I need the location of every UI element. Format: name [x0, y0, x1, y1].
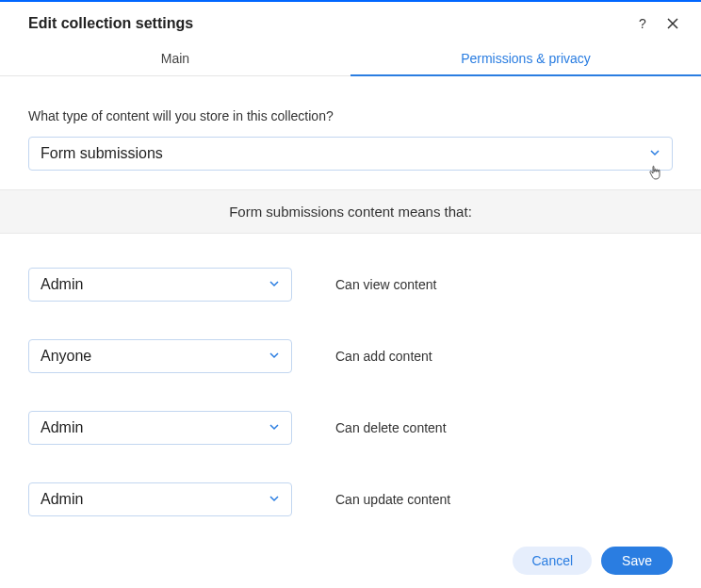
permission-row-delete: Admin Can delete content	[28, 411, 673, 445]
permission-row-add: Anyone Can add content	[28, 339, 673, 373]
permission-rows: Admin Can view content Anyone Can add co…	[28, 268, 673, 516]
view-role-select[interactable]: Admin	[28, 268, 292, 302]
permission-row-update: Admin Can update content	[28, 482, 673, 516]
tabs: Main Permissions & privacy	[0, 41, 701, 76]
chevron-down-icon	[269, 419, 280, 436]
permission-label: Can update content	[335, 492, 450, 507]
chevron-down-icon	[649, 145, 660, 162]
help-icon[interactable]: ?	[635, 16, 650, 31]
update-role-select[interactable]: Admin	[28, 482, 292, 516]
content-area: What type of content will you store in t…	[0, 76, 701, 516]
save-button[interactable]: Save	[601, 547, 673, 575]
chevron-down-icon	[269, 276, 280, 293]
info-banner: Form submissions content means that:	[0, 189, 701, 234]
select-value: Admin	[41, 491, 83, 508]
cancel-button[interactable]: Cancel	[513, 547, 592, 575]
header: Edit collection settings ?	[0, 2, 701, 41]
chevron-down-icon	[269, 348, 280, 365]
permission-label: Can view content	[335, 277, 436, 292]
content-type-select[interactable]: Form submissions	[28, 137, 673, 171]
header-icons: ?	[635, 16, 680, 31]
close-icon[interactable]	[665, 16, 680, 31]
add-role-select[interactable]: Anyone	[28, 339, 292, 373]
select-value: Admin	[41, 276, 83, 293]
chevron-down-icon	[269, 491, 280, 508]
permission-label: Can add content	[335, 349, 432, 364]
select-value: Anyone	[41, 348, 91, 365]
content-type-value: Form submissions	[41, 145, 163, 162]
content-type-question: What type of content will you store in t…	[28, 108, 673, 123]
permission-label: Can delete content	[335, 420, 447, 435]
select-value: Admin	[41, 419, 83, 436]
permission-row-view: Admin Can view content	[28, 268, 673, 302]
tab-permissions[interactable]: Permissions & privacy	[350, 41, 701, 75]
footer: Cancel Save	[0, 533, 701, 588]
tab-main[interactable]: Main	[0, 41, 350, 75]
page-title: Edit collection settings	[28, 15, 193, 32]
delete-role-select[interactable]: Admin	[28, 411, 292, 445]
